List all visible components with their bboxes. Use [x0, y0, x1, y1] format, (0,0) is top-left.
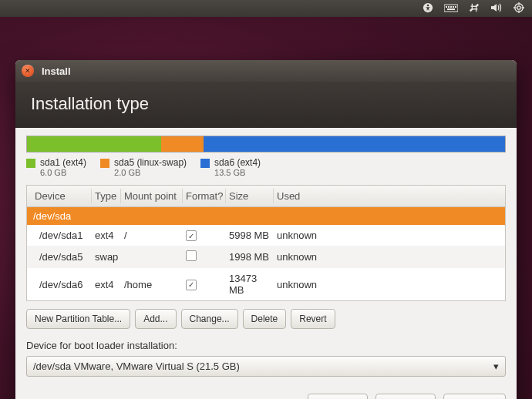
legend-label: sda6 (ext4): [214, 157, 261, 168]
svg-point-1: [427, 4, 429, 6]
cell-mount: [121, 256, 183, 259]
cell-format[interactable]: [183, 249, 226, 265]
checkbox-icon: ✓: [186, 280, 197, 290]
cell-size: 1998 MB: [226, 250, 274, 264]
table-row[interactable]: /dev/sda5 swap 1998 MB unknown: [27, 246, 505, 268]
partition-bar-seg-sda6[interactable]: [204, 136, 505, 152]
partition-table: Device Type Mount point Format? Size Use…: [26, 185, 506, 302]
cell-mount: /home: [121, 277, 183, 292]
legend-item-sda5: sda5 (linux-swap) 2.0 GB: [100, 157, 187, 179]
legend-swatch: [100, 159, 109, 168]
cell-device: /dev/sda6: [32, 277, 92, 292]
cell-type: ext4: [92, 277, 121, 292]
page-title: Installation type: [31, 94, 501, 114]
window-title: Install: [42, 65, 71, 77]
footer-buttons: Quit Back Install Now: [15, 387, 517, 399]
partition-legend: sda1 (ext4) 6.0 GB sda5 (linux-swap) 2.0…: [26, 157, 506, 179]
cell-device: /dev/sda5: [32, 250, 92, 264]
svg-point-10: [517, 5, 520, 8]
cell-used: unknown: [274, 250, 500, 264]
legend-size: 13.5 GB: [214, 168, 261, 178]
delete-button[interactable]: Delete: [243, 309, 287, 329]
header-band: Installation type: [15, 82, 517, 128]
legend-label: sda1 (ext4): [40, 157, 86, 168]
legend-size: 6.0 GB: [40, 168, 86, 178]
power-icon[interactable]: [513, 2, 524, 15]
legend-swatch: [200, 159, 210, 168]
cell-size: 13473 MB: [226, 271, 274, 297]
cell-used: unknown: [274, 228, 500, 243]
new-partition-table-button[interactable]: New Partition Table...: [26, 309, 130, 329]
partition-bar-seg-sda5[interactable]: [161, 136, 204, 152]
cell-size: 5998 MB: [226, 228, 274, 243]
svg-rect-5: [450, 6, 452, 8]
svg-rect-2: [444, 5, 458, 12]
revert-button[interactable]: Revert: [291, 309, 335, 329]
legend-item-sda1: sda1 (ext4) 6.0 GB: [26, 157, 86, 179]
cell-mount: /: [121, 228, 183, 243]
content: sda1 (ext4) 6.0 GB sda5 (linux-swap) 2.0…: [15, 128, 517, 387]
cell-type: ext4: [92, 228, 121, 243]
col-used[interactable]: Used: [274, 189, 500, 203]
quit-button[interactable]: Quit: [308, 394, 368, 399]
col-size[interactable]: Size: [226, 189, 274, 203]
svg-rect-4: [448, 6, 450, 8]
legend-item-sda6: sda6 (ext4) 13.5 GB: [200, 157, 261, 179]
keyboard-icon[interactable]: [444, 3, 458, 15]
chevron-down-icon: ▾: [493, 360, 499, 372]
svg-rect-8: [447, 8, 455, 10]
checkbox-icon: [186, 250, 197, 261]
partition-bar[interactable]: [26, 136, 506, 153]
close-button[interactable]: ✕: [22, 65, 34, 77]
cell-used: unknown: [274, 277, 500, 292]
col-device[interactable]: Device: [32, 189, 92, 203]
svg-rect-6: [453, 6, 454, 8]
table-header: Device Type Mount point Format? Size Use…: [27, 186, 505, 207]
change-button[interactable]: Change...: [181, 309, 238, 329]
table-row[interactable]: /dev/sda1 ext4 / ✓ 5998 MB unknown: [27, 225, 505, 246]
partition-bar-seg-sda1[interactable]: [27, 136, 161, 152]
cell-format[interactable]: ✓: [183, 277, 226, 292]
add-button[interactable]: Add...: [135, 309, 176, 329]
install-now-button[interactable]: Install Now: [443, 394, 506, 399]
partition-buttons: New Partition Table... Add... Change... …: [26, 309, 506, 329]
legend-size: 2.0 GB: [114, 168, 187, 178]
svg-rect-3: [446, 6, 447, 8]
back-button[interactable]: Back: [375, 394, 436, 399]
legend-label: sda5 (linux-swap): [114, 157, 187, 168]
titlebar: ✕ Install: [15, 60, 517, 82]
top-panel: [0, 0, 532, 17]
install-window: ✕ Install Installation type sda1 (ext4) …: [15, 60, 517, 399]
sound-icon[interactable]: [490, 2, 503, 15]
cell-type: swap: [92, 250, 121, 264]
cell-format[interactable]: ✓: [183, 228, 226, 243]
network-icon[interactable]: [469, 2, 480, 15]
accessibility-icon[interactable]: [423, 2, 433, 15]
col-type[interactable]: Type: [92, 189, 121, 203]
checkbox-icon: ✓: [186, 230, 197, 241]
col-format[interactable]: Format?: [183, 189, 226, 203]
legend-swatch: [26, 159, 35, 168]
bootloader-value: /dev/sda VMware, VMware Virtual S (21.5 …: [33, 360, 240, 372]
svg-rect-7: [455, 6, 456, 8]
cell-device: /dev/sda1: [32, 228, 92, 243]
bootloader-label: Device for boot loader installation:: [26, 340, 506, 351]
col-mount[interactable]: Mount point: [121, 189, 183, 203]
bootloader-combo[interactable]: /dev/sda VMware, VMware Virtual S (21.5 …: [26, 356, 506, 377]
table-row[interactable]: /dev/sda6 ext4 /home ✓ 13473 MB unknown: [27, 268, 505, 300]
table-row-disk[interactable]: /dev/sda: [27, 207, 505, 225]
